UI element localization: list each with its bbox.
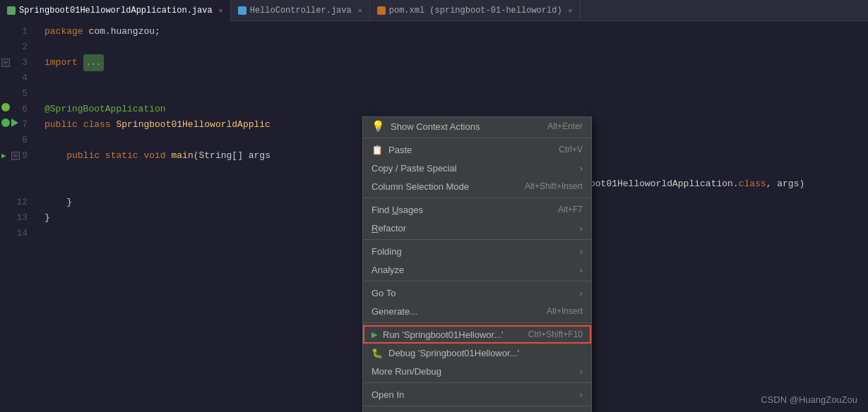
arrow-copy-paste: ›	[580, 163, 583, 174]
shortcut-generate: Alt+Insert	[547, 306, 583, 316]
code-line-5	[39, 86, 868, 102]
spring-icon-6	[1, 102, 10, 117]
menu-item-left-paste: 📋 Paste	[371, 145, 412, 155]
menu-item-more-run[interactable]: More Run/Debug ›	[363, 362, 591, 380]
separator-6	[363, 382, 591, 383]
paste-icon: 📋	[371, 145, 383, 155]
import-collapsed[interactable]: ...	[83, 54, 105, 71]
run-arrow-7[interactable]	[11, 117, 18, 133]
arrow-analyze: ›	[580, 265, 583, 275]
tab-label-1: Springboot01HelloworldApplication.java	[19, 6, 213, 16]
code-line-6: @SpringBootApplication	[39, 102, 868, 117]
menu-item-left-generate: Generate...	[371, 306, 417, 317]
kw-class: class	[83, 117, 111, 133]
menu-item-left-copy: Copy / Paste Special	[371, 163, 457, 174]
tab-hello-controller[interactable]: HelloController.java ✕	[231, 0, 370, 21]
annotation-springboot: @SpringBootApplication	[44, 102, 166, 117]
menu-label-column: Column Selection Mode	[371, 181, 469, 192]
line-num-3: 3	[22, 55, 28, 71]
closing-brace-12: }	[66, 195, 72, 210]
menu-item-folding[interactable]: Folding ›	[363, 242, 591, 260]
run-play-icon: ▶	[371, 330, 377, 339]
menu-item-find-usages[interactable]: Find Usages Alt+F7	[363, 200, 591, 219]
fold-button-3[interactable]: –	[1, 59, 10, 67]
code-line-3: import ...	[39, 55, 868, 71]
continuation-line-9: oot01HelloworldApplication.class, args)	[590, 176, 804, 192]
code-line-1: package com.huangzou;	[39, 24, 868, 40]
gutter-line-3: – 3	[0, 55, 33, 71]
menu-label-open: Open In	[371, 389, 404, 400]
gutter-line-9: ▶ – 9	[0, 148, 33, 164]
menu-item-paste[interactable]: 📋 Paste Ctrl+V	[363, 140, 591, 159]
shortcut-show-context: Alt+Enter	[547, 121, 583, 131]
arrow-refactor: ›	[580, 223, 583, 234]
menu-item-debug[interactable]: 🐛 Debug 'Springboot01Hellowor...'	[363, 344, 591, 362]
context-menu: 💡 Show Context Actions Alt+Enter 📋 Paste…	[362, 116, 592, 412]
menu-item-run[interactable]: ▶ Run 'Springboot01Hellowor...' Ctrl+Shi…	[363, 325, 591, 344]
kw-void: void	[143, 148, 165, 164]
menu-item-show-context-actions[interactable]: 💡 Show Context Actions Alt+Enter	[363, 117, 591, 135]
gutter-line-4: 4	[0, 71, 33, 86]
menu-item-left-folding: Folding	[371, 246, 402, 257]
code-continuation: oot01HelloworldApplication.class, args)	[590, 176, 804, 192]
menu-item-goto[interactable]: Go To ›	[363, 284, 591, 302]
separator-7	[363, 406, 591, 406]
gutter-line-5: 5	[0, 86, 33, 102]
menu-item-copy-paste-special[interactable]: Copy / Paste Special ›	[363, 159, 591, 177]
pkg-name: com.huangzou;	[88, 24, 160, 40]
line-num-4: 4	[22, 71, 28, 86]
debug-icon: 🐛	[371, 348, 383, 358]
menu-item-generate[interactable]: Generate... Alt+Insert	[363, 302, 591, 320]
fold-button-9[interactable]: –	[11, 152, 20, 160]
bulb-icon: 💡	[371, 120, 385, 133]
menu-item-local-history[interactable]: Local History ›	[363, 408, 591, 412]
spring-run-icon-7	[1, 117, 10, 133]
tab-close-1[interactable]: ✕	[219, 6, 223, 15]
menu-item-left-goto: Go To	[371, 288, 396, 298]
menu-label-analyze: Analyze	[371, 265, 404, 275]
method-main: main	[172, 148, 194, 164]
kw-static: static	[105, 148, 138, 164]
run-arrow-9[interactable]: ▶	[1, 148, 6, 164]
class-name: Springboot01HelloworldApplic	[116, 117, 270, 133]
tab-bar: Springboot01HelloworldApplication.java ✕…	[0, 0, 868, 21]
gutter-line-2: 2	[0, 40, 33, 55]
gutter-line-11	[0, 179, 33, 195]
menu-item-analyze[interactable]: Analyze ›	[363, 260, 591, 279]
gutter-line-8: 8	[0, 133, 33, 148]
separator-4	[363, 281, 591, 281]
kw-public-7: public	[44, 117, 78, 133]
gutter-line-10	[0, 164, 33, 179]
tab-springboot-application[interactable]: Springboot01HelloworldApplication.java ✕	[0, 0, 231, 21]
menu-item-left-open: Open In	[371, 389, 404, 400]
shortcut-run: Ctrl+Shift+F10	[528, 329, 583, 339]
separator-1	[363, 138, 591, 138]
menu-item-open-in[interactable]: Open In ›	[363, 385, 591, 404]
tab-close-3[interactable]: ✕	[569, 6, 573, 15]
menu-item-left-more-run: More Run/Debug	[371, 366, 441, 377]
main-params: (String[] args	[194, 148, 270, 164]
menu-item-left-column: Column Selection Mode	[371, 181, 469, 192]
arrow-goto: ›	[580, 288, 583, 298]
menu-label-paste: Paste	[388, 145, 412, 155]
line-num-8: 8	[22, 133, 28, 148]
menu-item-left-refactor: Refactor	[371, 223, 406, 234]
menu-label-find: Find Usages	[371, 205, 423, 215]
tab-close-2[interactable]: ✕	[358, 6, 362, 15]
menu-item-column-selection[interactable]: Column Selection Mode Alt+Shift+Insert	[363, 177, 591, 195]
watermark: CSDN @HuangZouZou	[761, 394, 857, 405]
tab-pom-xml[interactable]: pom.xml (springboot-01-helloworld) ✕	[370, 0, 581, 21]
menu-label-folding: Folding	[371, 246, 402, 257]
tab-label-3: pom.xml (springboot-01-helloworld)	[389, 6, 562, 16]
menu-label-refactor: Refactor	[371, 223, 406, 234]
menu-item-left-debug: 🐛 Debug 'Springboot01Hellowor...'	[371, 348, 519, 358]
line-num-2: 2	[22, 40, 28, 55]
menu-item-refactor[interactable]: Refactor ›	[363, 219, 591, 237]
shortcut-paste: Ctrl+V	[559, 145, 583, 154]
menu-label-more-run: More Run/Debug	[371, 366, 441, 377]
line-num-6: 6	[22, 102, 28, 117]
shortcut-column: Alt+Shift+Insert	[525, 181, 583, 191]
arrow-open-in: ›	[580, 389, 583, 400]
line-num-5: 5	[22, 86, 28, 102]
menu-item-left-run: ▶ Run 'Springboot01Hellowor...'	[371, 329, 503, 340]
